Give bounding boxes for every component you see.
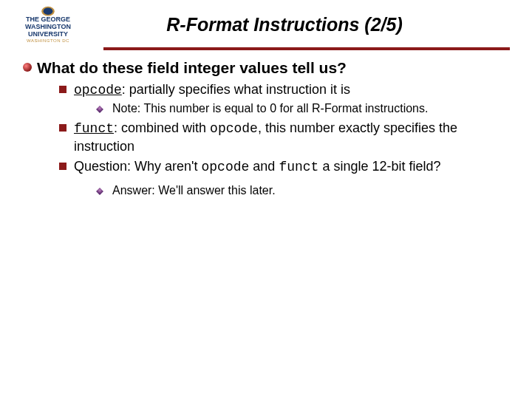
logo-text: THE GEORGE WASHINGTON UNIVERSITY [25,16,71,38]
level2-text: Question: Why aren't opcode and funct a … [74,158,441,176]
level3-item: Note: This number is equal to 0 for all … [96,102,510,115]
slide-content: What do these field integer values tell … [0,59,532,197]
svg-point-1 [44,7,53,15]
level3-text: Answer: We'll answer this later. [112,184,276,197]
logo-subtext: WASHINGTON DC [27,38,69,43]
level2-item: funct: combined with opcode, this number… [59,120,510,155]
svg-rect-3 [96,106,103,113]
slide-title: R-Format Instructions (2/5) [96,14,517,35]
bullet-square-icon [59,86,66,93]
bullet-square-icon [59,163,66,170]
level2-text: funct: combined with opcode, this number… [74,120,510,155]
level2-text: opcode: partially specifies what instruc… [74,81,350,99]
title-rule [103,47,510,50]
level3-item: Answer: We'll answer this later. [96,184,510,197]
logo-crest-icon [39,6,57,16]
level3-text: Note: This number is equal to 0 for all … [112,102,428,115]
university-logo: THE GEORGE WASHINGTON UNIVERSITY WASHING… [15,6,81,43]
bullet-diamond-icon [96,106,103,113]
svg-rect-4 [96,188,103,195]
level1-item: What do these field integer values tell … [22,59,510,77]
level2-item: Question: Why aren't opcode and funct a … [59,158,510,176]
level1-text: What do these field integer values tell … [37,59,347,77]
bullet-square-icon [59,124,66,132]
bullet-sphere-icon [22,62,33,72]
bullet-diamond-icon [96,188,103,195]
level2-item: opcode: partially specifies what instruc… [59,81,510,99]
svg-point-2 [23,63,32,72]
slide-header: THE GEORGE WASHINGTON UNIVERSITY WASHING… [0,0,532,43]
